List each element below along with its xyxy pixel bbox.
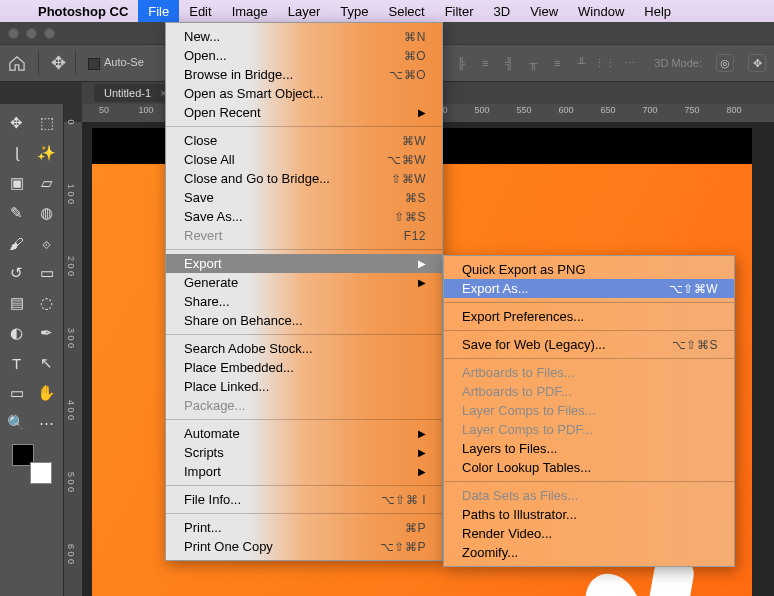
menu-item-generate[interactable]: Generate▶ <box>166 273 442 292</box>
dodge-tool[interactable]: ◐ <box>6 323 28 343</box>
menu-item-scripts[interactable]: Scripts▶ <box>166 443 442 462</box>
shortcut-label: F12 <box>404 229 426 243</box>
menu-help[interactable]: Help <box>634 0 681 22</box>
ruler-tick: 650 <box>600 105 615 115</box>
color-swatches[interactable] <box>12 444 52 484</box>
menu-layer[interactable]: Layer <box>278 0 331 22</box>
menu-item-save-for-web-legacy[interactable]: Save for Web (Legacy)...⌥⇧⌘S <box>444 335 734 354</box>
menu-view[interactable]: View <box>520 0 568 22</box>
marquee-tool[interactable]: ⬚ <box>36 113 58 133</box>
gradient-tool[interactable]: ▤ <box>6 293 28 313</box>
align-btn[interactable]: ⋮⋮ <box>596 54 614 72</box>
align-btn[interactable]: ╠ <box>452 54 470 72</box>
menu-item-place-embedded[interactable]: Place Embedded... <box>166 358 442 377</box>
menu-item-label: Layers to Files... <box>462 441 557 456</box>
text-tool[interactable]: T <box>6 353 28 373</box>
eyedrop-tool[interactable]: ✎ <box>6 203 28 223</box>
history-tool[interactable]: ↺ <box>6 263 28 283</box>
align-btn[interactable]: ╥ <box>524 54 542 72</box>
menu-window[interactable]: Window <box>568 0 634 22</box>
align-btn[interactable]: ≡ <box>548 54 566 72</box>
menu-item-share-on-behance[interactable]: Share on Behance... <box>166 311 442 330</box>
ruler-tick: 5 0 0 <box>66 472 76 492</box>
menu-item-label: Open... <box>184 48 227 63</box>
submenu-arrow-icon: ▶ <box>418 466 426 477</box>
divider <box>75 51 76 75</box>
menu-item-open[interactable]: Open...⌘O <box>166 46 442 65</box>
patch-tool[interactable]: ◍ <box>36 203 58 223</box>
menu-file[interactable]: File <box>138 0 179 22</box>
menu-separator <box>166 513 442 514</box>
move-tool-icon[interactable]: ✥ <box>51 52 63 74</box>
ruler-tick: 750 <box>684 105 699 115</box>
3d-orbit-icon[interactable]: ◎ <box>716 54 734 72</box>
menu-item-export[interactable]: Export▶ <box>166 254 442 273</box>
auto-select-checkbox[interactable]: Auto-Se <box>88 56 144 69</box>
menu-item-browse-in-bridge[interactable]: Browse in Bridge...⌥⌘O <box>166 65 442 84</box>
menu-item-quick-export-as-png[interactable]: Quick Export as PNG <box>444 260 734 279</box>
menu-item-print-one-copy[interactable]: Print One Copy⌥⇧⌘P <box>166 537 442 556</box>
zoom-dot[interactable] <box>44 28 55 39</box>
align-btn[interactable]: ≡ <box>476 54 494 72</box>
align-btn[interactable]: ╨ <box>572 54 590 72</box>
menu-item-automate[interactable]: Automate▶ <box>166 424 442 443</box>
menu-item-close-and-go-to-bridge[interactable]: Close and Go to Bridge...⇧⌘W <box>166 169 442 188</box>
menu-item-file-info[interactable]: File Info...⌥⇧⌘ I <box>166 490 442 509</box>
hand-tool[interactable]: ✋ <box>36 383 58 403</box>
align-btn[interactable]: ╣ <box>500 54 518 72</box>
menu-item-render-video[interactable]: Render Video... <box>444 524 734 543</box>
menu-item-close-all[interactable]: Close All⌥⌘W <box>166 150 442 169</box>
lasso-tool[interactable]: ɭ <box>6 143 28 163</box>
background-swatch[interactable] <box>30 462 52 484</box>
menu-item-close[interactable]: Close⌘W <box>166 131 442 150</box>
menu-type[interactable]: Type <box>330 0 378 22</box>
divider <box>38 51 39 75</box>
perspective-tool[interactable]: ▱ <box>36 173 58 193</box>
close-dot[interactable] <box>8 28 19 39</box>
menu-item-layers-to-files[interactable]: Layers to Files... <box>444 439 734 458</box>
menu-separator <box>166 419 442 420</box>
menu-item-new[interactable]: New...⌘N <box>166 27 442 46</box>
zoom-tool[interactable]: 🔍 <box>6 413 28 433</box>
wand-tool[interactable]: ✨ <box>36 143 58 163</box>
more-icon[interactable]: ⋯ <box>620 54 638 72</box>
minimize-dot[interactable] <box>26 28 37 39</box>
menu-item-open-as-smart-object[interactable]: Open as Smart Object... <box>166 84 442 103</box>
menu-item-export-preferences[interactable]: Export Preferences... <box>444 307 734 326</box>
menu-item-save-as[interactable]: Save As...⇧⌘S <box>166 207 442 226</box>
ruler-tick: 3 0 0 <box>66 328 76 348</box>
menu-select[interactable]: Select <box>378 0 434 22</box>
ellipsis-tool[interactable]: ⋯ <box>36 413 58 433</box>
ruler-tick: 1 0 0 <box>66 184 76 204</box>
menu-item-open-recent[interactable]: Open Recent▶ <box>166 103 442 122</box>
3d-pan-icon[interactable]: ✥ <box>748 54 766 72</box>
menu-item-share[interactable]: Share... <box>166 292 442 311</box>
menu-item-export-as[interactable]: Export As...⌥⇧⌘W <box>444 279 734 298</box>
arrow-tool[interactable]: ↖ <box>36 353 58 373</box>
menu-item-search-adobe-stock[interactable]: Search Adobe Stock... <box>166 339 442 358</box>
move-tool[interactable]: ✥ <box>6 113 28 133</box>
menu-item-place-linked[interactable]: Place Linked... <box>166 377 442 396</box>
menu-item-color-lookup-tables[interactable]: Color Lookup Tables... <box>444 458 734 477</box>
menu-item-zoomify[interactable]: Zoomify... <box>444 543 734 562</box>
menu-filter[interactable]: Filter <box>435 0 484 22</box>
home-icon[interactable] <box>8 55 26 71</box>
menu-item-print[interactable]: Print...⌘P <box>166 518 442 537</box>
menu-edit[interactable]: Edit <box>179 0 221 22</box>
brush-tool[interactable]: 🖌 <box>6 233 28 253</box>
vertical-ruler: 01 0 02 0 03 0 04 0 05 0 06 0 0 <box>64 122 82 596</box>
menu-item-paths-to-illustrator[interactable]: Paths to Illustrator... <box>444 505 734 524</box>
crop-tool[interactable]: ▣ <box>6 173 28 193</box>
menu-image[interactable]: Image <box>222 0 278 22</box>
blur-tool[interactable]: ◌ <box>36 293 58 313</box>
menu-item-save[interactable]: Save⌘S <box>166 188 442 207</box>
menu-3d[interactable]: 3D <box>484 0 521 22</box>
pen-tool[interactable]: ✒ <box>36 323 58 343</box>
menu-item-import[interactable]: Import▶ <box>166 462 442 481</box>
submenu-arrow-icon: ▶ <box>418 277 426 288</box>
rect-tool[interactable]: ▭ <box>6 383 28 403</box>
eraser-tool[interactable]: ▭ <box>36 263 58 283</box>
app-name[interactable]: Photoshop CC <box>28 4 138 19</box>
menu-item-artboards-to-files: Artboards to Files... <box>444 363 734 382</box>
stamp-tool[interactable]: ⟐ <box>36 233 58 253</box>
